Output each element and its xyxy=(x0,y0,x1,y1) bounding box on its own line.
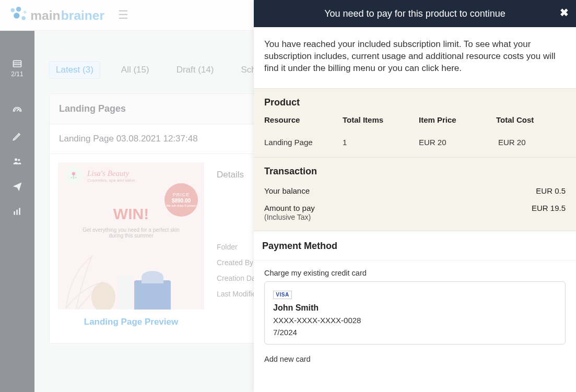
balance-value: EUR 0.5 xyxy=(536,186,566,195)
amount-label: Amount to pay xyxy=(264,204,315,212)
charge-label: Charge my existing credit card xyxy=(254,260,576,281)
modal-header: You need to pay for this product to cont… xyxy=(254,0,576,27)
col-cost: Total Cost xyxy=(496,115,566,124)
payment-modal: You need to pay for this product to cont… xyxy=(254,0,576,392)
col-items: Total Items xyxy=(343,115,419,124)
card-expiry: 7/2024 xyxy=(273,328,557,337)
col-price: Item Price xyxy=(419,115,496,124)
cell-items: 1 xyxy=(343,138,419,147)
cell-resource: Landing Page xyxy=(264,138,343,147)
close-icon[interactable]: ✖ xyxy=(560,6,569,19)
modal-intro: You have reached your included subscript… xyxy=(254,27,576,88)
amount-sub: (Inclusive Tax) xyxy=(264,213,311,221)
amount-value: EUR 19.5 xyxy=(532,204,566,212)
balance-label: Your balance xyxy=(264,186,310,195)
modal-title: You need to pay for this product to cont… xyxy=(324,8,506,19)
product-section: Product Resource Total Items Item Price … xyxy=(254,88,576,231)
cell-cost: EUR 20 xyxy=(496,138,566,147)
payment-method-title: Payment Method xyxy=(254,231,576,260)
card-name: John Smith xyxy=(273,303,557,313)
cell-price: EUR 20 xyxy=(419,138,496,147)
visa-icon: VISA xyxy=(273,291,292,299)
product-title: Product xyxy=(254,89,576,113)
transaction-title: Transaction xyxy=(254,158,576,182)
existing-card[interactable]: VISA John Smith XXXX-XXXX-XXXX-0028 7/20… xyxy=(264,281,566,345)
add-new-card[interactable]: Add new card xyxy=(254,352,576,363)
col-resource: Resource xyxy=(264,115,343,124)
card-number: XXXX-XXXX-XXXX-0028 xyxy=(273,316,557,325)
